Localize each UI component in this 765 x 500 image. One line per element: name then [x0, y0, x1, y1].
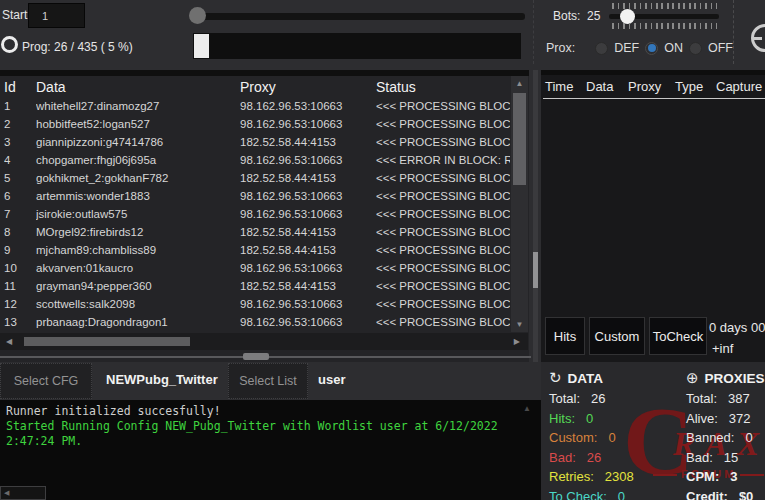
horizontal-scrollbar-thumb[interactable] [24, 337, 190, 346]
table-row[interactable]: 2hobbitfeet52:logan52798.162.96.53:10663… [0, 116, 510, 134]
cell-id: 11 [4, 280, 32, 292]
power-icon[interactable] [751, 24, 765, 52]
table-row[interactable]: 8MOrgel92:firebirds12182.52.58.44:4153<<… [0, 224, 510, 242]
cell-id: 7 [4, 208, 32, 220]
table-row[interactable]: 4chopgamer:fhgj06j695a98.162.96.53:10663… [0, 152, 510, 170]
data-stats-rows: Total:26Hits:0Custom:0Bad:26Retries:2308… [549, 389, 634, 500]
cell-status: <<< PROCESSING BLOCK [376, 298, 510, 310]
tab-custom[interactable]: Custom [589, 317, 645, 355]
scroll-right-icon[interactable]: ▶ [514, 337, 520, 346]
stat-label: Bad: [686, 448, 713, 468]
prox-def-radio[interactable] [595, 42, 608, 55]
cell-proxy: 98.162.96.53:10663 [240, 208, 372, 220]
start-input[interactable]: 1 [28, 3, 85, 28]
prox-def-label[interactable]: DEF [614, 41, 639, 55]
hits-col-capture: Capture [716, 79, 762, 94]
vertical-scrollbar[interactable]: ▲ ▼ [511, 76, 528, 332]
cell-proxy: 182.52.58.44:4153 [240, 244, 372, 256]
stat-value: 15 [724, 448, 738, 468]
config-name: NEWPubg_Twitter [106, 372, 218, 387]
stat-value: 372 [729, 409, 751, 429]
cell-proxy: 98.162.96.53:10663 [240, 262, 372, 274]
scroll-up-icon[interactable]: ▲ [511, 79, 528, 88]
select-list-button[interactable]: Select List [228, 363, 308, 399]
table-row[interactable]: 5gokhikmet_2:gokhanF782182.52.58.44:4153… [0, 170, 510, 188]
table-row[interactable]: 7jsirokie:outlaw57598.162.96.53:10663<<<… [0, 206, 510, 224]
data-stats-title: DATA [568, 371, 604, 386]
prox-on-label[interactable]: ON [664, 41, 683, 55]
log-horizontal-scrollbar[interactable]: ◀ [0, 486, 46, 500]
table-row[interactable]: 3giannipizzoni:g47414786182.52.58.44:415… [0, 134, 510, 152]
scroll-left-icon[interactable]: ◀ [6, 337, 12, 346]
prox-on-radio[interactable] [645, 42, 658, 55]
bots-value: 25 [587, 9, 600, 23]
hits-col-time: Time [545, 79, 573, 94]
stat-value: 387 [728, 389, 750, 409]
prox-off-label[interactable]: OFF [708, 41, 733, 55]
cell-proxy: 182.52.58.44:4153 [240, 136, 372, 148]
table-row[interactable]: 9mjcham89:chambliss89182.52.58.44:4153<<… [0, 242, 510, 260]
data-refresh-icon: ↻ [549, 369, 562, 387]
table-row[interactable]: 6artemmis:wonder188398.162.96.53:10663<<… [0, 188, 510, 206]
proxies-globe-icon: ⊕ [686, 369, 699, 387]
cell-id: 12 [4, 298, 32, 310]
table-row[interactable]: 1whitehell27:dinamozg2798.162.96.53:1066… [0, 98, 510, 116]
cell-data: grayman94:pepper360 [36, 280, 236, 292]
stat-row: CPM:3 [686, 467, 765, 487]
results-body: 1whitehell27:dinamozg2798.162.96.53:1066… [0, 98, 510, 332]
scroll-down-icon[interactable]: ▼ [511, 320, 528, 329]
hits-col-type: Type [675, 79, 703, 94]
cell-status: <<< PROCESSING BLOCK [376, 100, 510, 112]
stat-value: 26 [591, 389, 605, 409]
stat-row: Alive:372 [686, 409, 765, 429]
tab-tocheck[interactable]: ToCheck [649, 317, 707, 355]
cell-id: 5 [4, 172, 32, 184]
hits-panel: Time Data Proxy Type Capture Hits Custom… [541, 70, 765, 362]
stat-label: Credit: [686, 487, 728, 500]
data-stats-header: ↻ DATA [549, 367, 634, 389]
stat-value: 0 [586, 409, 593, 429]
cell-id: 10 [4, 262, 32, 274]
stat-row: Total:26 [549, 389, 634, 409]
results-top-strip [0, 70, 529, 76]
cell-proxy: 182.52.58.44:4153 [240, 172, 372, 184]
log-scroll-up-icon[interactable]: ▲ [523, 404, 531, 413]
select-cfg-button[interactable]: Select CFG [0, 363, 92, 399]
log-console: Runner initialized succesfully!Started R… [0, 400, 541, 500]
cell-id: 6 [4, 190, 32, 202]
horizontal-scrollbar[interactable]: ◀ ▶ [0, 333, 528, 350]
table-row[interactable]: 12scottwells:salk209898.162.96.53:10663<… [0, 296, 510, 314]
start-slider-track[interactable] [196, 13, 525, 20]
tab-hits[interactable]: Hits [545, 317, 585, 355]
vertical-splitter-grip[interactable] [533, 252, 538, 288]
horizontal-splitter-grip[interactable] [243, 353, 269, 360]
table-row[interactable]: 10akvarven:01kaucro98.162.96.53:10663<<<… [0, 260, 510, 278]
bots-slider-thumb[interactable] [620, 9, 635, 24]
hits-header-underline [543, 98, 765, 99]
vertical-scrollbar-thumb[interactable] [513, 93, 526, 185]
cell-status: <<< PROCESSING BLOCK [376, 208, 510, 220]
table-row[interactable]: 11grayman94:pepper360182.52.58.44:4153<<… [0, 278, 510, 296]
cell-id: 1 [4, 100, 32, 112]
vertical-splitter[interactable] [533, 70, 538, 362]
cell-data: gokhikmet_2:gokhanF782 [36, 172, 236, 184]
stat-row: To Check:0 [549, 487, 634, 500]
stat-label: Banned: [686, 428, 734, 448]
hits-col-proxy: Proxy [628, 79, 661, 94]
prox-off-radio[interactable] [689, 42, 702, 55]
stat-row: Total:387 [686, 389, 765, 409]
proxy-stats-title: PROXIES & [705, 371, 765, 386]
progress-bar [193, 33, 521, 59]
cell-proxy: 98.162.96.53:10663 [240, 298, 372, 310]
cell-data: scottwells:salk2098 [36, 298, 236, 310]
proxy-mode-group: Prox: DEF ON OFF [546, 41, 733, 55]
stat-label: Total: [549, 389, 580, 409]
cell-proxy: 98.162.96.53:10663 [240, 100, 372, 112]
stat-label: CPM: [686, 467, 719, 487]
stat-value: 0 [608, 428, 615, 448]
cell-data: giannipizzoni:g47414786 [36, 136, 236, 148]
cell-id: 13 [4, 316, 32, 328]
table-row[interactable]: 13prbanaag:Dragondragon198.162.96.53:106… [0, 314, 510, 332]
start-slider-thumb[interactable] [189, 7, 206, 24]
progress-text: Prog: 26 / 435 ( 5 %) [22, 40, 133, 54]
